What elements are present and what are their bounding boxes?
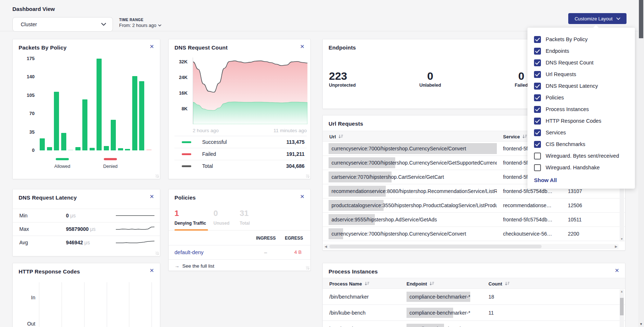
menu-item-http-response-codes[interactable]: HTTP Response Codes [527, 115, 635, 127]
allowed-swatch [56, 158, 69, 160]
resize-handle[interactable] [156, 252, 159, 255]
customize-layout-button[interactable]: Customize Layout [568, 13, 627, 24]
menu-item-cis-benchmarks[interactable]: CIS Benchmarks [527, 138, 635, 150]
process-table-header: Process Name Endpoint Count [323, 278, 625, 289]
policy-name-link[interactable]: default-deny [174, 245, 204, 259]
menu-item-url-requests[interactable]: Url Requests [527, 68, 635, 80]
packets-bar-chart: 17514010570350 [19, 59, 155, 150]
tab-unused[interactable]: 0 Unused [213, 209, 229, 226]
legend-item-denied: Denied [96, 155, 125, 169]
successful-swatch [182, 141, 191, 143]
process-instances-card: Process Instances ✕ Process Name Endpoin… [322, 263, 625, 327]
column-header-url[interactable]: Url [329, 131, 343, 142]
view-selector-value: Cluster [21, 21, 37, 27]
menu-item-endpoints[interactable]: Endpoints [527, 45, 635, 57]
close-icon[interactable]: ✕ [149, 268, 154, 273]
resize-handle[interactable] [306, 174, 309, 178]
menu-item-wireguard-handshake[interactable]: Wireguard. Handshake [527, 162, 635, 173]
url-cell: productcatalogservice:3550/hipstershop.P… [329, 200, 497, 211]
page-scrollbar[interactable]: ▼ [638, 0, 644, 327]
menu-item-packets-by-policy[interactable]: Packets By Policy [527, 34, 635, 45]
url-cell: cartservice:7070/hipstershop.CartService… [329, 172, 497, 182]
count-cell: 12506 [568, 198, 582, 213]
scrollbar-thumb[interactable] [329, 245, 542, 248]
dns-y-axis: 32K24K16K8K [172, 58, 191, 124]
table-row[interactable]: adservice:9555/hipstershop.AdService/Get… [323, 213, 625, 227]
close-icon[interactable]: ✕ [149, 44, 154, 49]
vertical-scrollbar[interactable]: ▲ [620, 289, 624, 327]
count-cell: 10511 [568, 213, 582, 227]
checkbox-icon[interactable] [534, 129, 541, 136]
row-label-in: In [13, 295, 35, 300]
checkbox-icon[interactable] [534, 153, 541, 159]
column-header-endpoint[interactable]: Endpoint [407, 278, 434, 289]
chevron-down-icon [101, 23, 106, 26]
view-selector[interactable]: Cluster [12, 17, 113, 32]
legend-row-total: Total 304,686 [174, 160, 307, 172]
scroll-down-arrow[interactable]: ▼ [620, 237, 624, 241]
resize-handle[interactable] [156, 174, 159, 178]
card-title: Policies [174, 194, 196, 201]
menu-item-wireguard-bytes[interactable]: Wireguard. Bytes sent/received [527, 150, 635, 162]
checkbox-icon[interactable] [534, 48, 541, 55]
table-row[interactable]: /bin/kube-bench compliance-benchmarker-*… [323, 305, 625, 321]
card-title: Packets By Policy [19, 44, 67, 51]
table-row[interactable]: currencyservice:7000/hipstershop.Currenc… [323, 227, 625, 241]
checkbox-icon[interactable] [534, 83, 541, 90]
time-range-value[interactable]: From: 2 hours ago [119, 23, 161, 28]
stat-unlabeled: 0 Unlabeled [408, 70, 452, 88]
close-icon[interactable]: ✕ [300, 44, 305, 49]
scrollbar-thumb[interactable] [620, 298, 624, 315]
resize-handle[interactable] [306, 266, 309, 269]
card-title: DNS Request Count [174, 44, 228, 51]
see-full-list-link[interactable]: →See the full list [174, 263, 214, 269]
column-header-process-name[interactable]: Process Name [329, 278, 369, 289]
card-title: Process Instances [329, 268, 378, 275]
checkbox-icon[interactable] [534, 106, 541, 113]
column-header-service[interactable]: Service [503, 131, 527, 142]
min-sparkline [116, 212, 154, 219]
sort-icon [505, 281, 510, 286]
scroll-left-arrow[interactable]: ◀ [325, 244, 327, 249]
horizontal-scrollbar[interactable]: ◀ ▶ [323, 244, 619, 249]
tab-denying-traffic[interactable]: 1 Denying Traffic [174, 209, 209, 226]
tab-total[interactable]: 31 Total [240, 209, 250, 226]
checkbox-icon[interactable] [534, 118, 541, 125]
menu-item-dns-request-count[interactable]: DNS Request Count [527, 57, 635, 68]
menu-item-policies[interactable]: Policies [527, 92, 635, 103]
scroll-down-arrow[interactable]: ▼ [638, 322, 644, 326]
menu-item-dns-request-latency[interactable]: DNS Request Latency [527, 80, 635, 92]
scrollbar-thumb[interactable] [639, 0, 643, 38]
show-all-link[interactable]: Show All [534, 177, 635, 183]
denied-swatch [104, 158, 117, 160]
close-icon[interactable]: ✕ [300, 194, 305, 199]
table-row[interactable]: /bin/benchmarker compliance-benchmarker-… [323, 289, 625, 305]
checkbox-icon[interactable] [534, 36, 541, 43]
column-header-count[interactable]: Count [488, 278, 510, 289]
table-row[interactable]: productcatalogservice:3550/hipstershop.P… [323, 198, 625, 213]
url-cell: currencyservice:7000/hipstershop.Currenc… [329, 143, 497, 154]
time-range: TIME RANGE From: 2 hours ago [119, 18, 161, 28]
checkbox-icon[interactable] [534, 94, 541, 101]
packets-bars [39, 59, 153, 150]
menu-item-services[interactable]: Services [527, 127, 635, 138]
checkbox-icon[interactable] [534, 71, 541, 78]
policy-row: default-deny – 4 B [169, 245, 310, 259]
row-label-out: Out [13, 321, 35, 327]
sort-icon [365, 281, 369, 286]
close-icon[interactable]: ✕ [149, 194, 154, 199]
ingress-value: – [264, 245, 267, 259]
checkbox-icon[interactable] [534, 59, 541, 66]
customize-layout-menu: Packets By Policy Endpoints DNS Request … [527, 28, 635, 189]
scroll-up-arrow[interactable]: ▲ [620, 289, 624, 294]
active-tab-indicator [174, 229, 208, 231]
url-cell: currencyservice:7000/hipstershop.Currenc… [329, 228, 497, 239]
scroll-right-arrow[interactable]: ▶ [615, 244, 617, 249]
menu-item-process-instances[interactable]: Process Instances [527, 103, 635, 115]
close-icon[interactable]: ✕ [614, 268, 619, 273]
table-row[interactable]: benchmarker compliance-benchmarker-* 9 [323, 321, 625, 327]
checkbox-icon[interactable] [534, 164, 541, 171]
sort-icon [522, 134, 527, 139]
checkbox-icon[interactable] [534, 141, 541, 148]
dns-x-axis: 2 hours ago 11 minutes ago [193, 128, 307, 133]
